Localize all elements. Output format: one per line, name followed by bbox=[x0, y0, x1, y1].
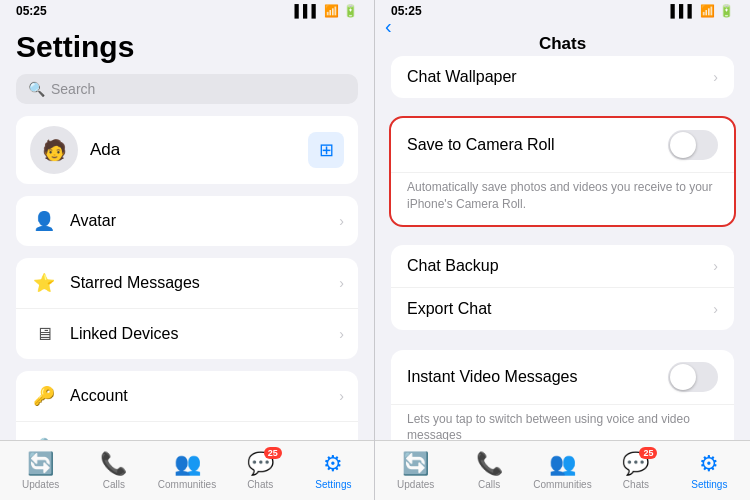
right-wifi: 📶 bbox=[700, 4, 715, 18]
tab-communities[interactable]: 👥 Communities bbox=[150, 451, 223, 490]
starred-label: Starred Messages bbox=[70, 274, 327, 292]
right-calls-label: Calls bbox=[478, 479, 500, 490]
section-backup-export: Chat Backup › Export Chat › bbox=[391, 245, 734, 330]
chats-tab-label: Chats bbox=[247, 479, 273, 490]
right-signal: ▌▌▌ bbox=[670, 4, 696, 18]
account-label: Account bbox=[70, 387, 327, 405]
right-tab-updates[interactable]: 🔄 Updates bbox=[379, 451, 452, 490]
right-page-title: Chats bbox=[539, 34, 586, 54]
right-time: 05:25 bbox=[391, 4, 422, 18]
back-button[interactable]: ‹ bbox=[385, 15, 392, 38]
right-tab-calls[interactable]: 📞 Calls bbox=[452, 451, 525, 490]
section-camera-roll: Save to Camera Roll Automatically save p… bbox=[391, 118, 734, 225]
toggle-knob bbox=[670, 132, 696, 158]
qr-icon[interactable]: ⊞ bbox=[308, 132, 344, 168]
avatar-icon: 👤 bbox=[30, 207, 58, 235]
camera-roll-label: Save to Camera Roll bbox=[407, 136, 658, 154]
right-chats-label: Chats bbox=[623, 479, 649, 490]
item-privacy[interactable]: 🔒 Privacy › bbox=[16, 422, 358, 440]
qr-icon-symbol: ⊞ bbox=[319, 139, 334, 161]
wallpaper-chevron: › bbox=[713, 69, 718, 85]
right-tab-communities[interactable]: 👥 Communities bbox=[526, 451, 599, 490]
left-tab-bar: 🔄 Updates 📞 Calls 👥 Communities 💬 25 Cha… bbox=[0, 440, 374, 500]
calls-icon: 📞 bbox=[100, 451, 127, 477]
starred-chevron: › bbox=[339, 275, 344, 291]
updates-label: Updates bbox=[22, 479, 59, 490]
avatar-chevron: › bbox=[339, 213, 344, 229]
account-chevron: › bbox=[339, 388, 344, 404]
right-updates-label: Updates bbox=[397, 479, 434, 490]
export-chevron: › bbox=[713, 301, 718, 317]
avatar-label: Avatar bbox=[70, 212, 327, 230]
backup-label: Chat Backup bbox=[407, 257, 703, 275]
right-updates-icon: 🔄 bbox=[402, 451, 429, 477]
settings-list: 🧑 Ada ⊞ 👤 Avatar › ⭐ Starred Messages › … bbox=[0, 116, 374, 440]
tab-updates[interactable]: 🔄 Updates bbox=[4, 451, 77, 490]
backup-chevron: › bbox=[713, 258, 718, 274]
profile-section[interactable]: 🧑 Ada ⊞ bbox=[16, 116, 358, 184]
item-export[interactable]: Export Chat › bbox=[391, 288, 734, 330]
section-main-settings: 🔑 Account › 🔒 Privacy › 💬 Chats › 🔔 Noti… bbox=[16, 371, 358, 440]
section-video-messages: Instant Video Messages Lets you tap to s… bbox=[391, 350, 734, 440]
right-tab-chats[interactable]: 💬 25 Chats bbox=[599, 451, 672, 490]
search-placeholder: Search bbox=[51, 81, 95, 97]
left-status-bar: 05:25 ▌▌▌ 📶 🔋 bbox=[0, 0, 374, 22]
right-status-icons: ▌▌▌ 📶 🔋 bbox=[670, 4, 734, 18]
section-wallpaper: Chat Wallpaper › bbox=[391, 56, 734, 98]
tab-chats-left[interactable]: 💬 25 Chats bbox=[224, 451, 297, 490]
battery-icon: 🔋 bbox=[343, 4, 358, 18]
camera-roll-toggle[interactable] bbox=[668, 130, 718, 160]
tab-settings[interactable]: ⚙ Settings bbox=[297, 451, 370, 490]
instant-video-label: Instant Video Messages bbox=[407, 368, 658, 386]
linked-icon: 🖥 bbox=[30, 320, 58, 348]
item-account[interactable]: 🔑 Account › bbox=[16, 371, 358, 422]
tab-calls[interactable]: 📞 Calls bbox=[77, 451, 150, 490]
communities-icon: 👥 bbox=[174, 451, 201, 477]
right-settings-label: Settings bbox=[691, 479, 727, 490]
right-header: 05:25 ▌▌▌ 📶 🔋 ‹ Chats bbox=[375, 0, 750, 44]
item-linked[interactable]: 🖥 Linked Devices › bbox=[16, 309, 358, 359]
item-camera-roll[interactable]: Save to Camera Roll bbox=[391, 118, 734, 173]
chats-badge: 25 bbox=[264, 447, 282, 459]
updates-icon: 🔄 bbox=[27, 451, 54, 477]
search-bar[interactable]: 🔍 Search bbox=[16, 74, 358, 104]
search-icon: 🔍 bbox=[28, 81, 45, 97]
export-label: Export Chat bbox=[407, 300, 703, 318]
left-panel: 05:25 ▌▌▌ 📶 🔋 Settings 🔍 Search 🧑 Ada ⊞ … bbox=[0, 0, 375, 500]
right-communities-label: Communities bbox=[533, 479, 591, 490]
communities-label: Communities bbox=[158, 479, 216, 490]
right-communities-icon: 👥 bbox=[549, 451, 576, 477]
item-instant-video[interactable]: Instant Video Messages bbox=[391, 350, 734, 405]
right-content: Chat Wallpaper › Save to Camera Roll Aut… bbox=[375, 44, 750, 440]
profile-name: Ada bbox=[90, 140, 296, 160]
wallpaper-label: Chat Wallpaper bbox=[407, 68, 703, 86]
right-settings-icon: ⚙ bbox=[699, 451, 719, 477]
item-starred[interactable]: ⭐ Starred Messages › bbox=[16, 258, 358, 309]
settings-icon: ⚙ bbox=[323, 451, 343, 477]
settings-tab-label: Settings bbox=[315, 479, 351, 490]
linked-label: Linked Devices bbox=[70, 325, 327, 343]
left-time: 05:25 bbox=[16, 4, 47, 18]
video-subtext: Lets you tap to switch between using voi… bbox=[391, 405, 734, 440]
item-avatar[interactable]: 👤 Avatar › bbox=[16, 196, 358, 246]
wifi-icon: 📶 bbox=[324, 4, 339, 18]
right-status-bar: 05:25 ▌▌▌ 📶 🔋 bbox=[375, 0, 750, 22]
calls-label: Calls bbox=[103, 479, 125, 490]
signal-icon: ▌▌▌ bbox=[294, 4, 320, 18]
right-tab-settings[interactable]: ⚙ Settings bbox=[673, 451, 746, 490]
video-toggle-knob bbox=[670, 364, 696, 390]
left-status-icons: ▌▌▌ 📶 🔋 bbox=[294, 4, 358, 18]
right-tab-bar: 🔄 Updates 📞 Calls 👥 Communities 💬 25 Cha… bbox=[375, 440, 750, 500]
linked-chevron: › bbox=[339, 326, 344, 342]
section-starred-linked: ⭐ Starred Messages › 🖥 Linked Devices › bbox=[16, 258, 358, 359]
item-backup[interactable]: Chat Backup › bbox=[391, 245, 734, 288]
privacy-icon: 🔒 bbox=[30, 433, 58, 440]
section-avatar: 👤 Avatar › bbox=[16, 196, 358, 246]
item-wallpaper[interactable]: Chat Wallpaper › bbox=[391, 56, 734, 98]
right-panel: 05:25 ▌▌▌ 📶 🔋 ‹ Chats Chat Wallpaper › S… bbox=[375, 0, 750, 500]
settings-title: Settings bbox=[0, 22, 374, 74]
starred-icon: ⭐ bbox=[30, 269, 58, 297]
camera-roll-subtext: Automatically save photos and videos you… bbox=[391, 173, 734, 225]
instant-video-toggle[interactable] bbox=[668, 362, 718, 392]
right-chats-badge: 25 bbox=[639, 447, 657, 459]
